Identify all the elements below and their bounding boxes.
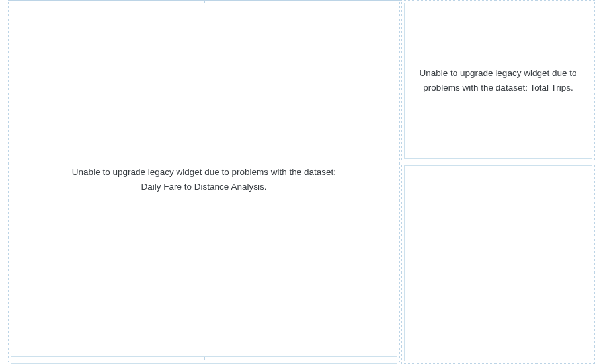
grid-tick: [106, 357, 106, 360]
widget-frame-partial[interactable]: [8, 361, 400, 364]
widget-frame-daily-fare[interactable]: Unable to upgrade legacy widget due to p…: [8, 0, 400, 359]
widget-error-message: Unable to upgrade legacy widget due to p…: [418, 66, 578, 94]
widget-body: Unable to upgrade legacy widget due to p…: [404, 3, 592, 159]
dashboard-grid: Unable to upgrade legacy widget due to p…: [0, 0, 595, 364]
widget-error-message: Unable to upgrade legacy widget due to p…: [65, 165, 343, 194]
widget-frame-empty[interactable]: [401, 163, 595, 364]
widget-body: [404, 165, 592, 361]
grid-tick: [303, 357, 303, 360]
widget-body: Unable to upgrade legacy widget due to p…: [11, 3, 397, 357]
grid-tick: [204, 357, 205, 360]
widget-frame-total-trips[interactable]: Unable to upgrade legacy widget due to p…: [401, 0, 595, 161]
